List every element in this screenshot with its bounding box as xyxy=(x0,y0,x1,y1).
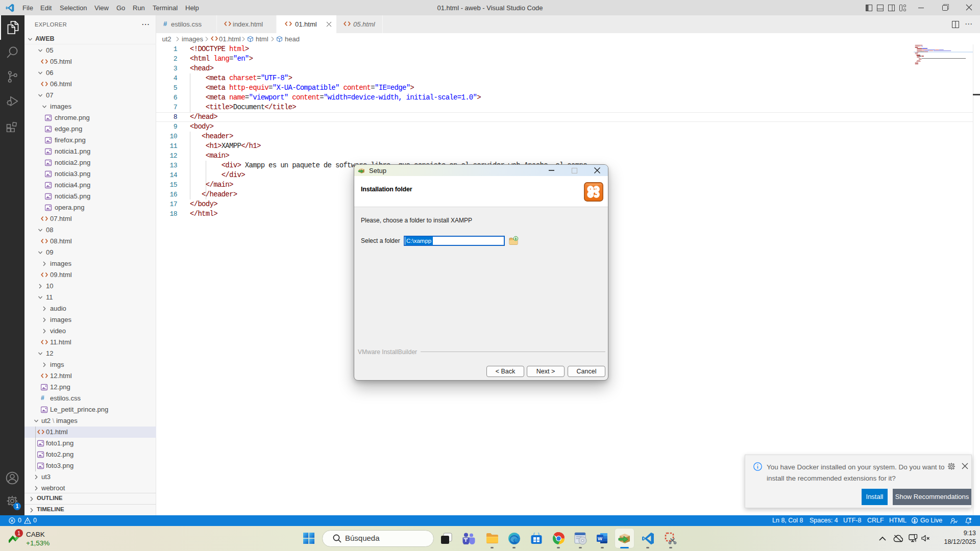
svg-text:W: W xyxy=(598,536,602,541)
